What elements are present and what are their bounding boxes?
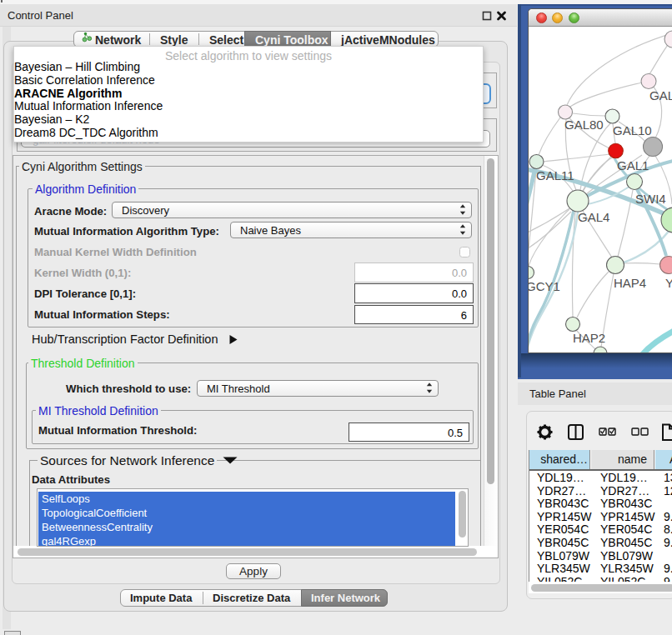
svg-text:SWI4: SWI4: [635, 192, 666, 206]
svg-text:GAL4: GAL4: [649, 88, 672, 102]
svg-text:YJ: YJ: [665, 276, 672, 290]
svg-text:GAL80: GAL80: [564, 118, 604, 132]
svg-text:HAP4: HAP4: [614, 276, 646, 290]
svg-text:GAL1: GAL1: [617, 158, 649, 172]
svg-text:GAL11: GAL11: [536, 168, 574, 182]
svg-text:GAL4: GAL4: [578, 210, 609, 224]
svg-text:GCY1: GCY1: [529, 279, 560, 293]
svg-text:HAP2: HAP2: [573, 331, 605, 345]
svg-text:GAL10: GAL10: [613, 123, 652, 138]
